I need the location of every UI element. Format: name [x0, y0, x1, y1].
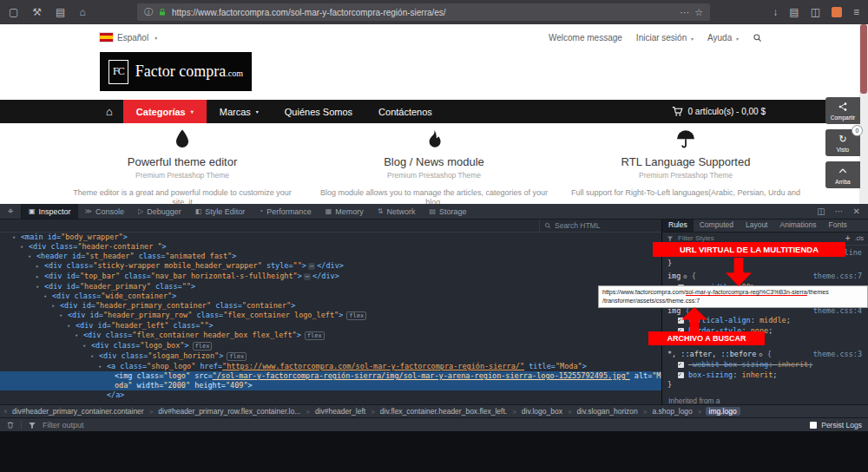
filter-icon[interactable] — [28, 421, 36, 429]
flex-badge[interactable]: flex — [346, 311, 366, 320]
stylesheet-link[interactable]: theme.css:7 — [813, 272, 862, 282]
screenshot-icon[interactable]: ▢ — [9, 7, 18, 17]
markup-node[interactable]: </a> — [0, 390, 661, 400]
flex-badge[interactable]: flex — [193, 342, 213, 351]
page-scrollbar[interactable] — [859, 24, 868, 204]
sidebar-tab-computed[interactable]: Computed — [694, 220, 740, 232]
persist-logs-checkbox[interactable] — [810, 422, 817, 429]
sidebar-tab-layout[interactable]: Layout — [740, 220, 774, 232]
breadcrumb-item[interactable]: div#header_left — [313, 407, 367, 416]
stylesheet-link[interactable]: theme.css:3 — [813, 350, 862, 360]
flex-badge[interactable]: flex — [227, 352, 247, 361]
floating-button-visto[interactable]: ↻Visto0 — [825, 129, 860, 156]
bookmark-star-icon[interactable]: ☆ — [694, 7, 703, 18]
devtools-tab-network[interactable]: ⇅Network — [371, 204, 423, 219]
trash-icon[interactable] — [6, 421, 15, 429]
collapsed-ellipsis[interactable]: ⋯ — [304, 273, 311, 280]
rule-selector[interactable]: img⚙ {theme.css:7 — [667, 272, 868, 283]
twisty-closed-icon[interactable]: ▸ — [36, 262, 39, 272]
declaration-checkbox[interactable] — [678, 372, 684, 378]
breadcrumb-item[interactable]: div.logo_box — [520, 407, 564, 416]
toggle-classes-button[interactable]: .cls — [855, 233, 865, 244]
account-icon[interactable] — [832, 7, 842, 17]
nav-item-categorías[interactable]: Categorías ▾ — [123, 100, 207, 123]
url-bar[interactable]: ⓘ https://www.factorcompra.com/sol-mar-y… — [137, 3, 710, 21]
devtools-tab-memory[interactable]: ▦Memory — [319, 204, 371, 219]
pick-element-icon[interactable]: ⌖ — [0, 204, 22, 219]
download-icon[interactable]: ↓ — [773, 7, 778, 17]
floating-button-arriba[interactable]: Arriba — [825, 161, 860, 188]
search-html-input[interactable]: Search HTML — [539, 220, 661, 232]
breadcrumb-item[interactable]: a.shop_logo — [651, 407, 694, 416]
site-logo[interactable]: FC Factor compra.com — [100, 52, 252, 91]
twisty-open-icon[interactable]: ▾ — [90, 352, 94, 362]
library-icon[interactable]: ▤ — [56, 7, 65, 17]
flex-badge[interactable]: flex — [305, 331, 325, 340]
url-text[interactable]: https://www.factorcompra.com/sol-mar-y-f… — [172, 8, 674, 17]
page-actions-icon[interactable]: ⋯ — [680, 7, 689, 18]
sidebar-tab-animations[interactable]: Animations — [773, 220, 822, 232]
css-declaration[interactable]: box-sizing: inherit; — [667, 370, 868, 381]
breadcrumb-item[interactable]: img.logo — [706, 407, 740, 416]
markup-node[interactable]: ▾<a class="shop_logo" href="https://www.… — [0, 362, 661, 371]
nav-item-quiénes-somos[interactable]: Quiénes Somos — [272, 100, 365, 123]
sidebar-tab-rules[interactable]: Rules — [662, 220, 694, 232]
devtools-tab-console[interactable]: ≫Console — [78, 204, 131, 219]
markup-node[interactable]: ▾<div class="header-container "> — [0, 242, 661, 252]
sidebar-icon[interactable]: ◫ — [811, 7, 820, 17]
language-selector[interactable]: Español ▾ — [100, 33, 157, 43]
twisty-open-icon[interactable]: ▾ — [59, 311, 62, 321]
chevron-left-icon[interactable]: ‹ — [4, 407, 7, 416]
breadcrumb-item[interactable]: div.slogan_horizon — [575, 407, 640, 416]
close-devtools-icon[interactable]: ✕ — [853, 206, 860, 216]
welcome-message-link[interactable]: Welcome message — [549, 33, 622, 43]
menu-icon[interactable]: ≡ — [853, 7, 859, 17]
twisty-closed-icon[interactable]: ▸ — [36, 272, 39, 282]
search-icon[interactable] — [753, 33, 762, 43]
markup-node-selected[interactable]: <img class="logo" src="/sol-mar-y-factor… — [0, 371, 661, 390]
home-icon[interactable]: ⌂ — [79, 7, 85, 17]
declaration-checkbox[interactable] — [678, 362, 684, 368]
markup-node[interactable]: ▾<div id="header_primary_row" class="fle… — [0, 311, 661, 321]
markup-node[interactable]: ▾<div class="flex_container header_box f… — [0, 331, 661, 341]
css-declaration[interactable]: -webkit-box-sizing: inherit; — [667, 360, 868, 370]
cart-summary[interactable]: 0 artículo(s) - 0,00 $ — [672, 106, 766, 117]
breadcrumb-item[interactable]: div#header_primary_row.flex_container.lo… — [156, 407, 302, 416]
breadcrumb-item[interactable]: div#header_primary_container.container — [10, 407, 146, 416]
twisty-open-icon[interactable]: ▾ — [82, 342, 86, 351]
nav-item-marcas[interactable]: Marcas ▾ — [207, 100, 272, 123]
markup-node[interactable]: ▸<div class="sticky-wrapper mobile_heade… — [0, 261, 661, 272]
nav-item-contáctenos[interactable]: Contáctenos — [365, 100, 445, 123]
rule-selector[interactable]: *, ::after, ::before⚙ {theme.css:3 — [667, 350, 868, 361]
devtools-tab-debugger[interactable]: ▷Debugger — [131, 204, 188, 219]
devtools-tab-inspector[interactable]: ▣Inspector — [22, 204, 78, 219]
help-link[interactable]: Ayuda ▾ — [707, 33, 739, 43]
markup-node[interactable]: ▾<div id="header_left" class=""> — [0, 321, 661, 331]
add-rule-icon[interactable]: + — [845, 233, 851, 244]
twisty-open-icon[interactable]: ▾ — [75, 331, 78, 341]
devtools-tab-performance[interactable]: ◔Performance — [252, 204, 318, 219]
collapsed-ellipsis[interactable]: ⋯ — [308, 263, 315, 270]
home-icon[interactable]: ⌂ — [106, 105, 113, 118]
devtools-tab-storage[interactable]: ▤Storage — [422, 204, 473, 219]
markup-node[interactable]: ▾<div class="logo_box">flex — [0, 341, 661, 351]
wrench-icon[interactable]: ⚒ — [32, 7, 42, 17]
console-filter-input[interactable]: Filter output — [43, 421, 84, 429]
breadcrumb-item[interactable]: div.flex_container.header_box.flex_left. — [378, 407, 509, 416]
more-options-icon[interactable]: ⋯ — [835, 206, 844, 216]
markup-node[interactable]: ▾<div class="wide_container"> — [0, 292, 661, 301]
markup-node[interactable]: ▾<div class="slogan_horizon">flex — [0, 351, 661, 362]
responsive-design-icon[interactable]: ◫ — [817, 206, 825, 216]
markup-node[interactable]: ▾<div id="header_primary_container" clas… — [0, 301, 661, 311]
info-icon[interactable]: ⓘ — [144, 6, 153, 18]
library-icon[interactable]: ▤ — [789, 7, 799, 17]
markup-node[interactable]: ▾<div id="header_primary" class=""> — [0, 282, 661, 292]
markup-node[interactable]: ▾<header id="st_header" class="animated … — [0, 252, 661, 261]
devtools-tab-style-editor[interactable]: ◧Style Editor — [188, 204, 253, 219]
sidebar-tab-fonts[interactable]: Fonts — [823, 220, 853, 232]
markup-node[interactable]: ▾<main id="body_wrapper"> — [0, 233, 661, 242]
floating-button-compartir[interactable]: Compartir — [825, 97, 860, 124]
login-link[interactable]: Iniciar sesión ▾ — [636, 33, 694, 43]
scrollbar-thumb[interactable] — [860, 24, 867, 94]
markup-node[interactable]: ▸<div id="top_bar" class="nav_bar horizo… — [0, 272, 661, 282]
